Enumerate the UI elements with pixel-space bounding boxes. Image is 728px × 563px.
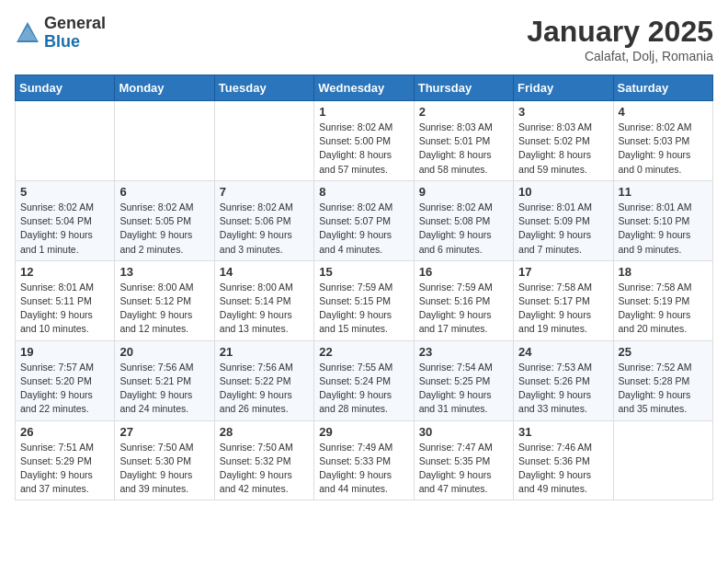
- weekday-header: Tuesday: [214, 75, 313, 101]
- location: Calafat, Dolj, Romania: [527, 49, 713, 63]
- day-info: Sunrise: 7:57 AMSunset: 5:20 PMDaylight:…: [20, 361, 109, 417]
- day-number: 24: [518, 345, 608, 359]
- calendar-cell: [16, 101, 115, 181]
- day-info: Sunrise: 8:00 AMSunset: 5:14 PMDaylight:…: [220, 281, 309, 337]
- day-info: Sunrise: 7:59 AMSunset: 5:15 PMDaylight:…: [319, 281, 408, 337]
- day-number: 11: [619, 185, 708, 199]
- title-block: January 2025 Calafat, Dolj, Romania: [527, 15, 713, 63]
- calendar-cell: 15Sunrise: 7:59 AMSunset: 5:15 PMDayligh…: [314, 260, 414, 340]
- calendar-cell: 7Sunrise: 8:02 AMSunset: 5:06 PMDaylight…: [214, 180, 313, 260]
- day-number: 16: [419, 265, 508, 279]
- day-info: Sunrise: 7:56 AMSunset: 5:22 PMDaylight:…: [220, 361, 309, 417]
- calendar-cell: 10Sunrise: 8:01 AMSunset: 5:09 PMDayligh…: [514, 180, 613, 260]
- weekday-header: Monday: [115, 75, 214, 101]
- calendar-cell: 26Sunrise: 7:51 AMSunset: 5:29 PMDayligh…: [16, 420, 115, 500]
- calendar-week-row: 12Sunrise: 8:01 AMSunset: 5:11 PMDayligh…: [16, 260, 713, 340]
- day-number: 25: [619, 345, 708, 359]
- calendar-week-row: 19Sunrise: 7:57 AMSunset: 5:20 PMDayligh…: [16, 340, 713, 420]
- calendar-cell: 1Sunrise: 8:02 AMSunset: 5:00 PMDaylight…: [314, 101, 414, 181]
- day-info: Sunrise: 7:58 AMSunset: 5:17 PMDaylight:…: [518, 281, 608, 337]
- day-number: 21: [220, 345, 309, 359]
- day-info: Sunrise: 7:50 AMSunset: 5:30 PMDaylight:…: [119, 441, 209, 497]
- calendar: SundayMondayTuesdayWednesdayThursdayFrid…: [15, 75, 713, 500]
- logo-general: General: [44, 15, 106, 33]
- day-number: 14: [220, 265, 309, 279]
- day-number: 9: [419, 185, 508, 199]
- calendar-cell: 19Sunrise: 7:57 AMSunset: 5:20 PMDayligh…: [16, 340, 115, 420]
- day-info: Sunrise: 8:03 AMSunset: 5:02 PMDaylight:…: [518, 121, 608, 177]
- day-number: 23: [419, 345, 508, 359]
- day-info: Sunrise: 7:50 AMSunset: 5:32 PMDaylight:…: [220, 441, 309, 497]
- calendar-cell: 29Sunrise: 7:49 AMSunset: 5:33 PMDayligh…: [314, 420, 414, 500]
- day-info: Sunrise: 7:55 AMSunset: 5:24 PMDaylight:…: [319, 361, 408, 417]
- day-info: Sunrise: 7:46 AMSunset: 5:36 PMDaylight:…: [518, 441, 608, 497]
- logo-text: General Blue: [44, 15, 106, 52]
- day-number: 12: [20, 265, 109, 279]
- day-number: 27: [119, 425, 209, 439]
- day-number: 2: [419, 105, 508, 119]
- day-info: Sunrise: 8:00 AMSunset: 5:12 PMDaylight:…: [119, 281, 209, 337]
- calendar-cell: 6Sunrise: 8:02 AMSunset: 5:05 PMDaylight…: [115, 180, 214, 260]
- weekday-header-row: SundayMondayTuesdayWednesdayThursdayFrid…: [16, 75, 713, 101]
- calendar-cell: 27Sunrise: 7:50 AMSunset: 5:30 PMDayligh…: [115, 420, 214, 500]
- day-info: Sunrise: 7:47 AMSunset: 5:35 PMDaylight:…: [419, 441, 508, 497]
- day-number: 8: [319, 185, 408, 199]
- day-number: 13: [119, 265, 209, 279]
- logo: General Blue: [15, 15, 106, 52]
- day-number: 22: [319, 345, 408, 359]
- day-number: 17: [518, 265, 608, 279]
- calendar-cell: 12Sunrise: 8:01 AMSunset: 5:11 PMDayligh…: [16, 260, 115, 340]
- page-header: General Blue January 2025 Calafat, Dolj,…: [15, 15, 713, 63]
- day-number: 28: [220, 425, 309, 439]
- day-number: 3: [518, 105, 608, 119]
- day-number: 15: [319, 265, 408, 279]
- calendar-cell: 14Sunrise: 8:00 AMSunset: 5:14 PMDayligh…: [214, 260, 313, 340]
- calendar-cell: [214, 101, 313, 181]
- calendar-cell: [115, 101, 214, 181]
- weekday-header: Sunday: [16, 75, 115, 101]
- day-number: 4: [619, 105, 708, 119]
- weekday-header: Thursday: [414, 75, 513, 101]
- calendar-cell: 20Sunrise: 7:56 AMSunset: 5:21 PMDayligh…: [115, 340, 214, 420]
- weekday-header: Wednesday: [314, 75, 414, 101]
- calendar-cell: 4Sunrise: 8:02 AMSunset: 5:03 PMDaylight…: [613, 101, 712, 181]
- day-info: Sunrise: 8:02 AMSunset: 5:03 PMDaylight:…: [619, 121, 708, 177]
- day-info: Sunrise: 8:02 AMSunset: 5:04 PMDaylight:…: [20, 201, 109, 257]
- svg-marker-1: [18, 26, 37, 40]
- day-info: Sunrise: 7:49 AMSunset: 5:33 PMDaylight:…: [319, 441, 408, 497]
- day-info: Sunrise: 8:01 AMSunset: 5:11 PMDaylight:…: [20, 281, 109, 337]
- calendar-cell: 22Sunrise: 7:55 AMSunset: 5:24 PMDayligh…: [314, 340, 414, 420]
- calendar-cell: 8Sunrise: 8:02 AMSunset: 5:07 PMDaylight…: [314, 180, 414, 260]
- calendar-cell: 9Sunrise: 8:02 AMSunset: 5:08 PMDaylight…: [414, 180, 513, 260]
- day-number: 30: [419, 425, 508, 439]
- weekday-header: Friday: [514, 75, 613, 101]
- day-info: Sunrise: 7:53 AMSunset: 5:26 PMDaylight:…: [518, 361, 608, 417]
- day-number: 29: [319, 425, 408, 439]
- calendar-cell: 30Sunrise: 7:47 AMSunset: 5:35 PMDayligh…: [414, 420, 513, 500]
- calendar-cell: 24Sunrise: 7:53 AMSunset: 5:26 PMDayligh…: [514, 340, 613, 420]
- day-info: Sunrise: 8:02 AMSunset: 5:07 PMDaylight:…: [319, 201, 408, 257]
- calendar-cell: 23Sunrise: 7:54 AMSunset: 5:25 PMDayligh…: [414, 340, 513, 420]
- calendar-cell: [613, 420, 712, 500]
- day-number: 7: [220, 185, 309, 199]
- day-info: Sunrise: 8:01 AMSunset: 5:10 PMDaylight:…: [619, 201, 708, 257]
- day-number: 6: [119, 185, 209, 199]
- month-title: January 2025: [527, 15, 713, 49]
- calendar-cell: 25Sunrise: 7:52 AMSunset: 5:28 PMDayligh…: [613, 340, 712, 420]
- calendar-cell: 18Sunrise: 7:58 AMSunset: 5:19 PMDayligh…: [613, 260, 712, 340]
- day-info: Sunrise: 7:51 AMSunset: 5:29 PMDaylight:…: [20, 441, 109, 497]
- day-info: Sunrise: 8:03 AMSunset: 5:01 PMDaylight:…: [419, 121, 508, 177]
- day-info: Sunrise: 7:52 AMSunset: 5:28 PMDaylight:…: [619, 361, 708, 417]
- day-number: 26: [20, 425, 109, 439]
- calendar-week-row: 5Sunrise: 8:02 AMSunset: 5:04 PMDaylight…: [16, 180, 713, 260]
- day-info: Sunrise: 7:58 AMSunset: 5:19 PMDaylight:…: [619, 281, 708, 337]
- logo-blue: Blue: [44, 33, 106, 52]
- calendar-cell: 13Sunrise: 8:00 AMSunset: 5:12 PMDayligh…: [115, 260, 214, 340]
- calendar-cell: 5Sunrise: 8:02 AMSunset: 5:04 PMDaylight…: [16, 180, 115, 260]
- day-info: Sunrise: 7:59 AMSunset: 5:16 PMDaylight:…: [419, 281, 508, 337]
- day-number: 20: [119, 345, 209, 359]
- logo-icon: [15, 20, 40, 46]
- day-info: Sunrise: 8:02 AMSunset: 5:08 PMDaylight:…: [419, 201, 508, 257]
- calendar-cell: 3Sunrise: 8:03 AMSunset: 5:02 PMDaylight…: [514, 101, 613, 181]
- calendar-cell: 28Sunrise: 7:50 AMSunset: 5:32 PMDayligh…: [214, 420, 313, 500]
